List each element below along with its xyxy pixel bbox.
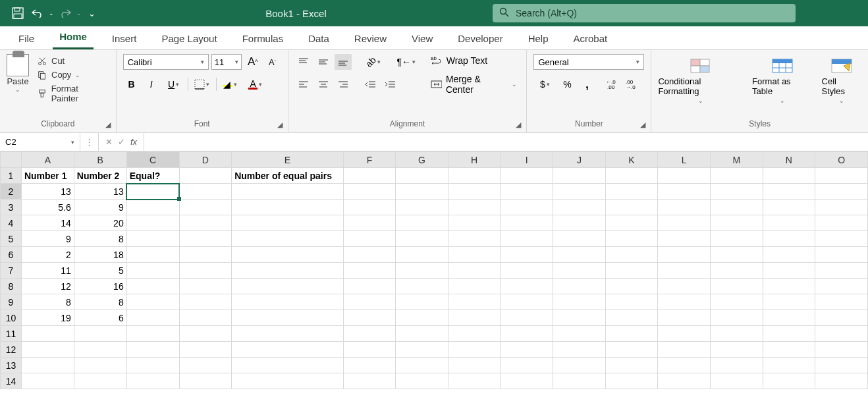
copy-button[interactable]: Copy ⌄ (34, 69, 109, 80)
tab-file[interactable]: File (12, 29, 41, 49)
cell-G3[interactable] (396, 200, 448, 215)
increase-decimal-button[interactable]: ←.0.00 (605, 76, 622, 92)
cell-M14[interactable] (710, 373, 763, 389)
cell-D11[interactable] (179, 326, 232, 342)
cell-C1[interactable]: Equal? (126, 168, 179, 184)
fill-color-button[interactable]: ◢▾ (219, 76, 242, 92)
cell-C2[interactable] (126, 184, 179, 200)
cell-A6[interactable]: 2 (21, 247, 74, 263)
cell-H11[interactable] (448, 326, 501, 342)
row-header-13[interactable]: 13 (1, 358, 22, 373)
cell-L10[interactable] (658, 310, 711, 326)
col-header-K[interactable]: K (605, 152, 658, 168)
cell-E3[interactable] (232, 200, 343, 215)
borders-button[interactable]: ▾ (191, 76, 213, 92)
cell-G10[interactable] (396, 310, 448, 326)
cell-M5[interactable] (710, 231, 763, 247)
cell-L13[interactable] (658, 358, 711, 373)
cell-F1[interactable] (343, 168, 396, 184)
cell-O8[interactable] (815, 279, 868, 294)
cell-M3[interactable] (710, 200, 763, 215)
cell-N12[interactable] (763, 342, 815, 358)
cell-A5[interactable]: 9 (21, 231, 74, 247)
cell-J14[interactable] (553, 373, 606, 389)
tab-help[interactable]: Help (522, 29, 555, 49)
cell-O10[interactable] (815, 310, 868, 326)
cell-K5[interactable] (605, 231, 658, 247)
cell-O9[interactable] (815, 294, 868, 310)
cell-I10[interactable] (501, 310, 553, 326)
cell-K8[interactable] (605, 279, 658, 294)
row-header-1[interactable]: 1 (1, 168, 22, 184)
merge-center-button[interactable]: Merge & Center ⌄ (428, 72, 520, 96)
cell-C8[interactable] (126, 279, 179, 294)
cell-F8[interactable] (343, 279, 396, 294)
cell-O1[interactable] (815, 168, 868, 184)
cell-B10[interactable]: 6 (74, 310, 126, 326)
cell-L14[interactable] (658, 373, 711, 389)
cell-O5[interactable] (815, 231, 868, 247)
row-header-5[interactable]: 5 (1, 231, 22, 247)
conditional-formatting-button[interactable]: Conditional Formatting⌄ (658, 57, 743, 104)
tab-data[interactable]: Data (302, 29, 336, 49)
underline-button[interactable]: U▾ (163, 76, 185, 92)
cell-K12[interactable] (605, 342, 658, 358)
row-header-9[interactable]: 9 (1, 294, 22, 310)
col-header-L[interactable]: L (658, 152, 711, 168)
align-center-button[interactable] (315, 76, 332, 92)
comma-button[interactable]: , (578, 76, 595, 92)
tab-home[interactable]: Home (53, 27, 94, 49)
cell-G11[interactable] (396, 326, 448, 342)
row-header-7[interactable]: 7 (1, 263, 22, 279)
cell-O12[interactable] (815, 342, 868, 358)
cell-K9[interactable] (605, 294, 658, 310)
cell-A10[interactable]: 19 (21, 310, 74, 326)
cell-J13[interactable] (553, 358, 606, 373)
format-painter-button[interactable]: Format Painter (34, 83, 109, 104)
cell-D3[interactable] (179, 200, 232, 215)
cell-H14[interactable] (448, 373, 501, 389)
cell-F13[interactable] (343, 358, 396, 373)
cell-F3[interactable] (343, 200, 396, 215)
col-header-C[interactable]: C (126, 152, 179, 168)
clipboard-launcher-icon[interactable]: ◢ (105, 121, 111, 129)
cell-J5[interactable] (553, 231, 606, 247)
cell-D6[interactable] (179, 247, 232, 263)
align-top-button[interactable] (295, 54, 312, 70)
row-header-12[interactable]: 12 (1, 342, 22, 358)
cell-H3[interactable] (448, 200, 501, 215)
cell-M13[interactable] (710, 358, 763, 373)
row-header-2[interactable]: 2 (1, 184, 22, 200)
cell-O14[interactable] (815, 373, 868, 389)
increase-indent-button[interactable] (382, 76, 399, 92)
cell-G13[interactable] (396, 358, 448, 373)
qat-customize-icon[interactable]: ⌄ (84, 9, 99, 18)
search-box[interactable] (493, 4, 796, 22)
row-header-8[interactable]: 8 (1, 279, 22, 294)
cell-G4[interactable] (396, 215, 448, 231)
cell-C12[interactable] (126, 342, 179, 358)
cell-D12[interactable] (179, 342, 232, 358)
cell-H5[interactable] (448, 231, 501, 247)
cell-I11[interactable] (501, 326, 553, 342)
cell-G2[interactable] (396, 184, 448, 200)
cell-N7[interactable] (763, 263, 815, 279)
cell-M1[interactable] (710, 168, 763, 184)
cell-E10[interactable] (232, 310, 343, 326)
cell-C9[interactable] (126, 294, 179, 310)
select-all-corner[interactable] (1, 152, 22, 168)
cell-D13[interactable] (179, 358, 232, 373)
alignment-launcher-icon[interactable]: ◢ (516, 121, 521, 129)
cell-M11[interactable] (710, 326, 763, 342)
cell-M7[interactable] (710, 263, 763, 279)
enter-formula-button[interactable]: ✓ (118, 137, 125, 147)
cell-O6[interactable] (815, 247, 868, 263)
cell-B7[interactable]: 5 (74, 263, 126, 279)
cell-J9[interactable] (553, 294, 606, 310)
cell-N5[interactable] (763, 231, 815, 247)
row-header-4[interactable]: 4 (1, 215, 22, 231)
align-left-button[interactable] (295, 76, 312, 92)
cell-M10[interactable] (710, 310, 763, 326)
cell-G6[interactable] (396, 247, 448, 263)
cell-K1[interactable] (605, 168, 658, 184)
